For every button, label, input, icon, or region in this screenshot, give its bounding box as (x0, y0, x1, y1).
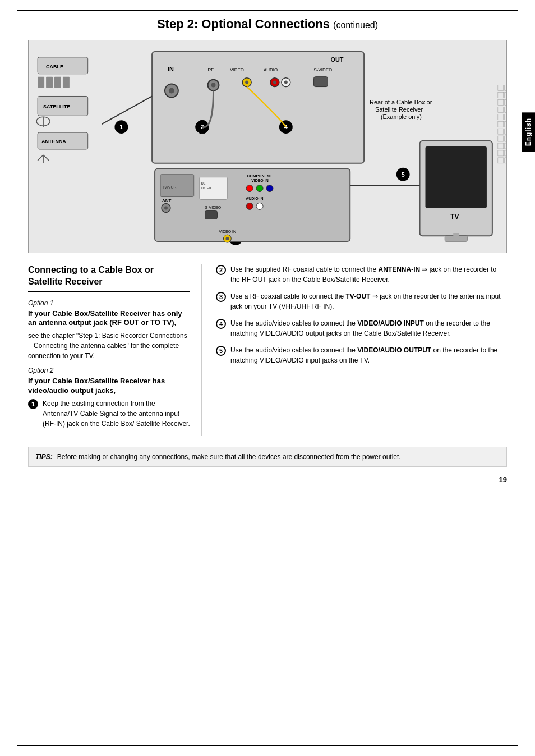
circle-num-4: 4 (216, 319, 226, 329)
item3-bold: TV-OUT (345, 292, 370, 300)
item4-bold: VIDEO/AUDIO INPUT (357, 319, 424, 327)
svg-rect-69 (426, 146, 487, 208)
svg-point-32 (284, 81, 288, 84)
heading-line2: Satellite Receiver (28, 277, 103, 286)
svg-point-59 (256, 203, 263, 209)
svg-rect-3 (38, 77, 44, 88)
svg-point-54 (246, 185, 253, 192)
svg-text:(Example only): (Example only) (381, 113, 422, 120)
svg-text:IN: IN (168, 66, 174, 72)
item4-text: Use the audio/video cables to connect th… (230, 318, 507, 338)
svg-point-24 (169, 88, 174, 94)
svg-text:OUT: OUT (330, 56, 343, 63)
svg-text:ANT: ANT (162, 198, 171, 203)
border-bottom (17, 745, 518, 746)
option1-subheading: If your Cable Box/Satellite Receiver has… (28, 309, 190, 328)
item2-before: Use the supplied RF coaxial cable to con… (230, 265, 378, 273)
item5-bold: VIDEO/AUDIO OUTPUT (357, 346, 431, 354)
svg-rect-61 (205, 210, 218, 219)
border-left-bottom (17, 712, 17, 746)
instruction-item-5: 5 Use the audio/video cables to connect … (216, 345, 507, 365)
svg-point-56 (266, 185, 273, 192)
option1-body: see the chapter "Step 1: Basic Recorder … (28, 331, 190, 361)
svg-text:RF: RF (208, 67, 214, 72)
diagram-area: CABLE SATELLITE ANTENNA OUT (28, 40, 507, 253)
svg-point-67 (164, 206, 168, 209)
svg-text:SATELLITE: SATELLITE (43, 104, 70, 109)
svg-text:Satellite Receiver: Satellite Receiver (375, 106, 423, 113)
title-continued: (continued) (333, 20, 378, 30)
svg-text:VIDEO IN: VIDEO IN (219, 230, 236, 233)
item2-text: Use the supplied RF coaxial cable to con… (230, 264, 507, 285)
svg-text:VIDEO IN: VIDEO IN (251, 178, 269, 182)
item3-before: Use a RF coaxial cable to connect the (230, 292, 345, 300)
instruction-item-1: 1 Keep the existing connection from the … (28, 398, 190, 429)
tips-text: Before making or changing any connection… (57, 452, 401, 462)
title-text: Step 2: Optional Connections (157, 17, 330, 31)
item5-text: Use the audio/video cables to connect th… (230, 345, 507, 365)
svg-text:CABLE: CABLE (46, 64, 63, 70)
svg-text:S-VIDEO: S-VIDEO (205, 205, 222, 209)
svg-rect-5 (54, 77, 61, 88)
svg-point-28 (245, 81, 248, 84)
option2-subheading: If your Cable Box/Satellite Receiver has… (28, 377, 190, 396)
left-column: Connecting to a Cable Box or Satellite R… (28, 264, 202, 436)
border-right-top (518, 10, 518, 44)
english-tab: English (522, 112, 535, 152)
svg-text:COMPONENT: COMPONENT (247, 174, 273, 178)
item1-text: Keep the existing connection from the An… (43, 398, 190, 429)
right-column: 2 Use the supplied RF coaxial cable to c… (216, 264, 507, 436)
section-heading: Connecting to a Cable Box or Satellite R… (28, 264, 190, 292)
svg-text:VIDEO: VIDEO (230, 67, 244, 72)
circle-num-5: 5 (216, 346, 226, 356)
item2-bold: ANTENNA-IN (378, 265, 420, 273)
border-top (17, 10, 518, 11)
svg-rect-33 (314, 77, 328, 87)
svg-text:TV: TV (450, 213, 459, 221)
svg-point-26 (211, 83, 216, 88)
svg-rect-6 (63, 77, 70, 88)
tips-label: TIPS: (35, 452, 53, 462)
svg-text:S-VIDEO: S-VIDEO (314, 67, 333, 72)
svg-text:ANTENNA: ANTENNA (41, 139, 66, 144)
diagram-svg: CABLE SATELLITE ANTENNA OUT (29, 40, 506, 253)
svg-point-58 (246, 203, 253, 209)
item4-before: Use the audio/video cables to connect th… (230, 319, 357, 327)
option1-label: Option 1 (28, 299, 190, 307)
svg-text:TV/VCR: TV/VCR (162, 185, 176, 189)
svg-rect-16 (152, 52, 364, 163)
circle-num-1: 1 (28, 399, 38, 409)
main-content: Step 2: Optional Connections (continued)… (28, 17, 507, 484)
page-number: 19 (28, 475, 507, 484)
instruction-item-3: 3 Use a RF coaxial cable to connect the … (216, 291, 507, 311)
item5-before: Use the audio/video cables to connect th… (230, 346, 357, 354)
circle-num-2: 2 (216, 265, 226, 275)
page-title: Step 2: Optional Connections (continued) (28, 17, 507, 31)
svg-text:LISTED: LISTED (201, 187, 211, 190)
svg-text:1: 1 (119, 123, 123, 130)
circle-num-3: 3 (216, 292, 226, 302)
svg-text:5: 5 (402, 171, 405, 178)
instruction-item-2: 2 Use the supplied RF coaxial cable to c… (216, 264, 507, 285)
svg-text:AUDIO: AUDIO (264, 67, 278, 72)
border-left-top (17, 10, 17, 44)
svg-point-64 (225, 237, 229, 240)
tips-section: TIPS: Before making or changing any conn… (28, 447, 507, 467)
heading-line1: Connecting to a Cable Box or (28, 265, 154, 274)
svg-point-30 (273, 81, 276, 84)
svg-rect-72 (453, 233, 459, 239)
svg-text:Rear of a Cable Box or: Rear of a Cable Box or (370, 99, 432, 106)
svg-text:UL: UL (201, 182, 206, 185)
svg-point-55 (256, 185, 263, 192)
svg-text:AUDIO IN: AUDIO IN (246, 196, 263, 200)
border-right-bottom (518, 712, 518, 746)
option2-label: Option 2 (28, 366, 190, 374)
item3-text: Use a RF coaxial cable to connect the TV… (230, 291, 507, 311)
instructions-section: Connecting to a Cable Box or Satellite R… (28, 264, 507, 436)
instruction-item-4: 4 Use the audio/video cables to connect … (216, 318, 507, 338)
svg-rect-4 (46, 77, 53, 88)
